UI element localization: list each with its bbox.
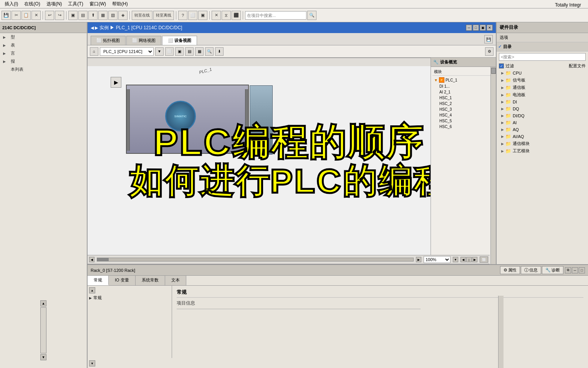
catalog-aq[interactable]: ▶ 📁 AQ [497,126,588,133]
nav-thumb[interactable] [97,258,109,261]
search-input[interactable] [245,11,306,20]
toolbar-save[interactable]: 💾 [2,11,11,20]
sidebar-item-textlist[interactable]: 本列表 [0,65,87,73]
device-hsc1-row[interactable]: HSC_1 [432,95,494,101]
device-hsc2-row[interactable]: HSC_2 [432,101,494,107]
nav-scrollbar[interactable] [97,258,414,261]
device-hsc6-row[interactable]: HSC_6 [432,124,494,130]
collapse-btn[interactable]: ◀ ▶ [91,25,98,30]
catalog-aiaq[interactable]: ▶ 📁 AI/AQ [497,133,588,140]
toolbar-b2[interactable]: ▤ [78,11,88,20]
tab-sys-const[interactable]: 系统常数 [136,276,165,285]
toolbar-b7[interactable]: ? [178,11,187,20]
tab-topology[interactable]: ⬜ 拓扑视图 [91,36,126,45]
filter-checkbox[interactable]: ✓ [499,63,504,68]
catalog-di[interactable]: ▶ 📁 DI [497,98,588,105]
device-b3[interactable]: ▤ [185,47,194,56]
bottom-minimize[interactable]: ─ [572,267,578,273]
catalog-dIdq[interactable]: ▶ 📁 DI/DQ [497,112,588,119]
device-zoom-in[interactable]: 🔍 [205,47,214,56]
catalog-ai[interactable]: ▶ 📁 AI [497,119,588,126]
device-ai-row[interactable]: AI 2_1 [432,89,494,95]
properties-btn[interactable]: ⚙ 属性 [500,266,520,274]
device-b4[interactable]: ▦ [195,47,204,56]
win-minimize[interactable]: ─ [466,25,472,31]
device-b2[interactable]: ▣ [175,47,184,56]
overview-scrollbar[interactable] [490,67,496,264]
device-b1[interactable]: ⬜ [165,47,174,56]
catalog-comm-module[interactable]: ▶ 📁 通信模块 [497,140,588,147]
toolbar-b8[interactable]: ⬜ [188,11,197,20]
nav-right[interactable]: ▶ [416,257,421,262]
nav-arrow-btn[interactable]: ▶ [111,77,121,88]
tab-io-var[interactable]: IO 变量 [109,276,136,285]
device-plc1-row[interactable]: ▼ P PLC_1 [432,77,494,83]
zoom-nav-left[interactable]: ◀ [460,257,466,262]
nav-left[interactable]: ◀ [89,257,94,262]
toolbar-b6[interactable]: ◈ [118,11,128,20]
catalog-dq[interactable]: ▶ 📁 DQ [497,105,588,112]
sidebar-scroll-up[interactable]: ▲ [40,300,46,306]
zoom-nav-right[interactable]: ▶ [472,257,477,262]
sidebar-item-report[interactable]: ▶ 报 [0,57,87,65]
toolbar-copy[interactable]: 📋 [22,11,31,20]
toolbar-search-btn[interactable]: 🔍 [307,11,316,20]
catalog-signal-board[interactable]: ▶ 📁 信号板 [497,77,588,84]
sidebar-item-type[interactable]: ▶ 型 [0,33,87,41]
overview-scroll-thumb[interactable] [491,68,496,74]
catalog-cpu[interactable]: ▶ 📁 CPU [497,70,588,77]
toolbar-b1[interactable]: ▣ [68,11,78,20]
toolbar-go-online[interactable]: 转至在线 [132,11,152,20]
device-hsc3-row[interactable]: HSC_3 [432,107,494,112]
toolbar-cut[interactable]: ✂ [12,11,21,20]
toolbar-b5[interactable]: ▧ [108,11,118,20]
toolbar-delete[interactable]: ✕ [31,11,41,20]
toolbar-b9[interactable]: ▣ [198,11,207,20]
zoom-dropdown[interactable]: ▼ [453,257,458,262]
menu-insert[interactable]: 插入(I) [2,0,21,8]
win-maximize[interactable]: □ [473,25,479,31]
menu-options[interactable]: 选项(N) [43,0,65,8]
device-hsc4-row[interactable]: HSC_4 [432,112,494,118]
tab-text[interactable]: 文本 [165,276,186,285]
general-section-row[interactable]: ▶ 常规 [89,294,170,301]
sidebar-item-lang[interactable]: ▶ 言 [0,49,87,57]
sidebar-scroll-down[interactable]: ▼ [40,354,46,360]
toolbar-redo[interactable]: ↪ [55,11,64,20]
toolbar-stop[interactable]: ✕ [212,11,221,20]
tab-general[interactable]: 常规 [88,276,109,285]
device-home[interactable]: ⌂ [90,47,98,56]
bottom-scroll-down[interactable]: ▼ [89,360,95,366]
catalog-battery-board[interactable]: ▶ 📁 电池板 [497,91,588,98]
catalog-tech-module[interactable]: ▶ 📁 工艺模块 [497,147,588,155]
device-zoom-out[interactable]: ⬇ [215,47,224,56]
win-close[interactable]: ✕ [487,25,493,31]
device-hsc5-row[interactable]: HSC_5 [432,118,494,124]
toolbar-go-offline[interactable]: 转至离线 [153,11,174,20]
device-di-row[interactable]: DI 1... [432,83,494,89]
save-project-btn[interactable]: 💾 [484,35,493,43]
toolbar-b4[interactable]: ▦ [98,11,108,20]
device-settings[interactable]: ⚙ [485,47,494,56]
bottom-float[interactable]: ⧉ [565,267,571,273]
bottom-maximize[interactable]: □ [579,267,585,273]
nav-fit[interactable]: ⬜ [480,256,488,263]
tab-device[interactable]: ⬜ 设备视图 [162,36,197,45]
bottom-scroll-up[interactable]: ▲ [89,287,95,293]
win-restore[interactable]: ▣ [480,25,486,31]
info-btn[interactable]: ⓘ 信息 [521,266,541,274]
sidebar-item-table[interactable]: ▶ 表 [0,41,87,49]
catalog-comm-board[interactable]: ▶ 📁 通信板 [497,84,588,91]
toolbar-split2[interactable]: ⬛ [232,11,241,20]
toolbar-b3[interactable]: ⬆ [88,11,98,20]
catalog-search-input[interactable] [499,53,586,61]
device-selector[interactable]: PLC_1 [CPU 1214C] [100,47,154,56]
tab-network[interactable]: ⬜ 网络视图 [126,36,161,45]
device-dropdown[interactable]: ▼ [155,47,164,56]
sidebar-scrollbar[interactable] [40,307,46,353]
menu-online[interactable]: 在线(O) [21,0,43,8]
diagnostics-btn[interactable]: 🔧 诊断 [542,266,563,274]
toolbar-undo[interactable]: ↩ [45,11,54,20]
bottom-left-scrollbar[interactable] [498,296,504,368]
toolbar-split[interactable]: ⧖ [222,11,231,20]
